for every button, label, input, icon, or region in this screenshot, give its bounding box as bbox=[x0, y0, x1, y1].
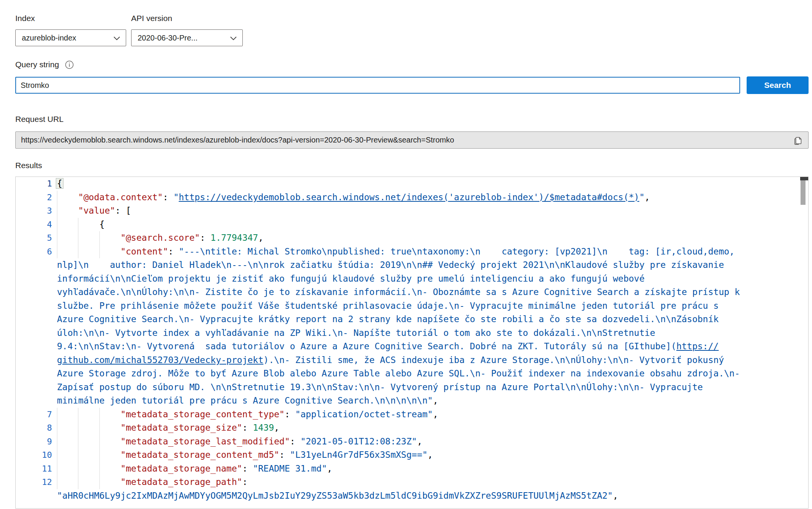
code-row: minimálne jeden tutoriál pre prácu s Azu… bbox=[16, 394, 808, 408]
indent-guide bbox=[78, 435, 78, 449]
code-token: informácií\n\nCieľom projektu je zistiť … bbox=[57, 274, 645, 284]
editor-scrollbar bbox=[800, 177, 808, 508]
code-token: : bbox=[242, 477, 248, 487]
code-row: Azure Cognitive Search.\n- Vypracujte kr… bbox=[16, 313, 808, 326]
code-row: 12 "metadata_storage_path": bbox=[16, 475, 808, 489]
line-number: 12 bbox=[16, 475, 52, 489]
code-row: 5 "@search.score": 1.7794347, bbox=[16, 231, 808, 245]
indent-guide bbox=[78, 462, 78, 476]
results-label: Results bbox=[15, 161, 809, 170]
code-token: Azure Storage zdroj. Môže to byť Azure B… bbox=[57, 368, 740, 378]
code-token: , bbox=[433, 396, 438, 405]
code-token: : bbox=[242, 464, 253, 473]
line-number bbox=[16, 367, 52, 381]
code-token: : bbox=[290, 436, 300, 446]
code-row: 10 "metadata_storage_content_md5": "L31y… bbox=[16, 448, 808, 462]
code-link[interactable]: https:// bbox=[676, 341, 719, 351]
code-token: " bbox=[639, 192, 645, 202]
code-token bbox=[57, 409, 120, 419]
indent-guide bbox=[78, 408, 78, 421]
code-token: službe. Pre prihlásenie môžete použiť Vá… bbox=[57, 301, 719, 311]
line-number bbox=[16, 299, 52, 313]
index-dropdown-value: azureblob-index bbox=[22, 34, 76, 42]
line-number: 8 bbox=[16, 421, 52, 435]
query-string-input[interactable] bbox=[15, 77, 740, 94]
line-number: 1 bbox=[16, 177, 52, 191]
api-version-field: API version 2020-06-30-Pre... bbox=[131, 14, 243, 46]
code-row: 4 { bbox=[16, 218, 808, 232]
indent-guide bbox=[57, 231, 57, 245]
line-number bbox=[16, 394, 52, 408]
code-row: službe. Pre prihlásenie môžete použiť Vá… bbox=[16, 299, 808, 313]
code-token: , bbox=[258, 233, 263, 243]
indent-guide bbox=[78, 421, 78, 435]
code-token: , bbox=[433, 409, 438, 419]
code-row: úloh:\n\n- Vytvorte index a vyhľadávanie… bbox=[16, 326, 808, 340]
api-version-dropdown[interactable]: 2020-06-30-Pre... bbox=[131, 29, 243, 46]
code-row: vyhľadávače.\n\nÚlohy:\n\n- Zistite čo j… bbox=[16, 285, 808, 299]
line-number: 5 bbox=[16, 231, 52, 245]
query-row: Search bbox=[15, 77, 809, 94]
code-row: 9.4:\n\nStav:\n- Vytvorená sada tutoriál… bbox=[16, 340, 808, 353]
request-url-bar: https://vedeckydemoblob.search.windows.n… bbox=[15, 131, 809, 149]
code-row: nlp]\n author: Daniel Hladek\n---\n\nrok… bbox=[16, 258, 808, 272]
indent-guide bbox=[99, 462, 100, 476]
line-number bbox=[16, 285, 52, 299]
results-json-editor[interactable]: 1{2 "@odata.context": "https://vedeckyde… bbox=[15, 177, 809, 509]
indent-guide bbox=[78, 231, 78, 245]
code-link[interactable]: https://vedeckydemoblob.search.windows.n… bbox=[179, 192, 640, 202]
code-token: : bbox=[200, 233, 211, 243]
indent-guide bbox=[57, 421, 57, 435]
code-row: github.com/michal552703/Vedecky-projekt)… bbox=[16, 353, 808, 367]
code-token: "2021-05-01T12:08:23Z" bbox=[300, 436, 417, 446]
chevron-down-icon bbox=[230, 34, 237, 42]
index-api-row: Index azureblob-index API version 2020-0… bbox=[15, 14, 809, 46]
index-field: Index azureblob-index bbox=[15, 14, 126, 46]
code-token: ).\n- Zistili sme, že ACS indexuje iba z… bbox=[263, 355, 724, 365]
code-token: , bbox=[327, 464, 332, 473]
code-token: : bbox=[242, 423, 253, 433]
code-token: "metadata_storage_content_type" bbox=[120, 409, 284, 419]
code-token: " bbox=[174, 192, 179, 202]
code-row: 6 "content": "---\ntitle: Michal Stromko… bbox=[16, 245, 808, 259]
code-token: úloh:\n\n- Vytvorte index a vyhľadávanie… bbox=[57, 328, 655, 338]
code-row: 7 "metadata_storage_content_type": "appl… bbox=[16, 408, 808, 421]
search-explorer-page: Index azureblob-index API version 2020-0… bbox=[0, 0, 812, 509]
code-token: nlp]\n author: Daniel Hladek\n---\n\nrok… bbox=[57, 260, 724, 270]
line-number: 3 bbox=[16, 204, 52, 218]
line-number: 9 bbox=[16, 435, 52, 449]
code-token: 9.4:\n\nStav:\n- Vytvorená sada tutoriál… bbox=[57, 341, 676, 351]
indent-guide bbox=[78, 218, 78, 232]
indent-guide bbox=[99, 435, 100, 449]
line-number bbox=[16, 353, 52, 367]
indent-guide bbox=[57, 191, 57, 204]
code-token: "L31yeLn4Gr7dF56x3SmXSg==" bbox=[290, 450, 427, 460]
code-token: 1.7794347 bbox=[211, 233, 258, 243]
code-token: "README 31.md" bbox=[253, 464, 327, 473]
index-dropdown[interactable]: azureblob-index bbox=[15, 29, 126, 46]
code-link[interactable]: github.com/michal552703/Vedecky-projekt bbox=[57, 355, 263, 365]
code-token: , bbox=[427, 450, 433, 460]
json-code: 1{2 "@odata.context": "https://vedeckyde… bbox=[16, 177, 808, 503]
indent-guide bbox=[99, 421, 100, 435]
api-version-label: API version bbox=[131, 14, 243, 23]
code-row: 9 "metadata_storage_last_modified": "202… bbox=[16, 435, 808, 449]
indent-guide bbox=[57, 462, 57, 476]
indent-guide bbox=[99, 231, 100, 245]
info-icon[interactable] bbox=[65, 60, 74, 69]
code-token: minimálne jeden tutoriál pre prácu s Azu… bbox=[57, 396, 433, 405]
scrollbar-thumb[interactable] bbox=[801, 180, 806, 205]
line-number: 2 bbox=[16, 191, 52, 204]
copy-icon[interactable] bbox=[794, 135, 803, 145]
code-token: "metadata_storage_content_md5" bbox=[120, 450, 279, 460]
indent-guide bbox=[57, 435, 57, 449]
code-token: "content" bbox=[120, 246, 168, 256]
line-number bbox=[16, 326, 52, 340]
line-number bbox=[16, 489, 52, 503]
indent-guide bbox=[57, 475, 57, 489]
search-button[interactable]: Search bbox=[747, 76, 809, 94]
indent-guide bbox=[78, 245, 78, 259]
code-token: , bbox=[645, 192, 650, 202]
indent-guide bbox=[57, 448, 57, 462]
indent-guide bbox=[99, 245, 100, 259]
